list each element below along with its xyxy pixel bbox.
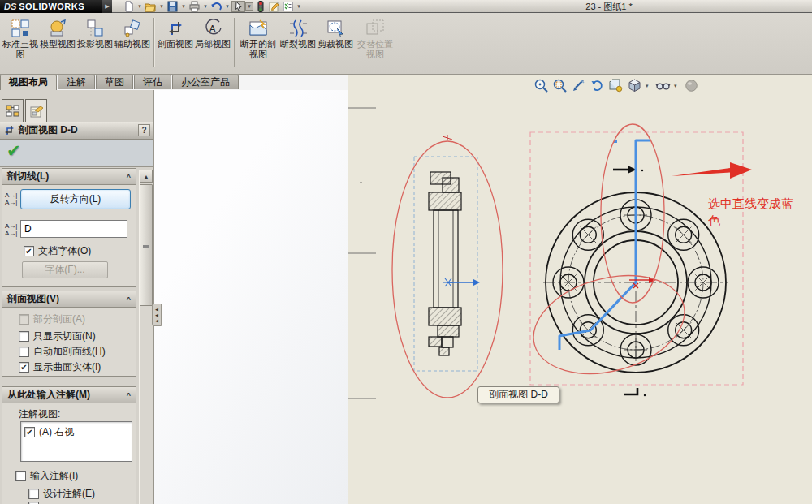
save-caret[interactable]: ▾ [179, 3, 188, 10]
crop-view-button[interactable]: 剪裁视图 [317, 15, 353, 74]
brand-prefix: DS [4, 2, 16, 11]
broken-out-section-button[interactable]: 断开的剖视图 [238, 15, 279, 74]
flyout-arrow-icon: ◀ [155, 312, 158, 318]
options-list-icon[interactable] [281, 1, 295, 12]
collapse-chevron-icon[interactable]: ^ [127, 295, 131, 304]
undo-caret[interactable]: ▾ [223, 3, 231, 10]
break-view-icon [288, 18, 308, 39]
section-label-input[interactable] [20, 220, 127, 238]
tab-sketch[interactable]: 草图 [96, 75, 133, 89]
group-body-import-annotations: 注解视图: ✔ (A) 右视 输入注解(I) 设计注解(E) [2, 403, 136, 504]
checkbox-box[interactable] [19, 331, 29, 342]
ok-check-button[interactable]: ✔ [6, 141, 21, 161]
checkbox-box[interactable]: ✔ [24, 427, 35, 437]
view-orientation-cube-icon[interactable] [627, 78, 642, 93]
collapse-chevron-icon[interactable]: ^ [127, 391, 131, 399]
scrollbar-grip [143, 243, 149, 246]
button-label: 辅助视图 [114, 39, 150, 50]
annotation-views-label: 注解视图: [19, 407, 60, 421]
toolbar-separator [153, 18, 154, 67]
front-view-flange[interactable] [522, 124, 743, 396]
design-annotations-checkbox[interactable]: 设计注解(E) [28, 487, 95, 501]
view-seed-icon[interactable] [571, 78, 586, 93]
zoom-to-fit-icon[interactable] [533, 78, 549, 93]
tab-annotation[interactable]: 注解 [58, 75, 95, 89]
3d-drawing-view-icon[interactable] [608, 78, 624, 93]
flip-direction-button[interactable]: 反转方向(L) [20, 189, 131, 209]
command-manager: 标准三视图 模型视图 投影视图 辅助视图 剖面视图 A 局部视图 断开的剖视图 … [0, 13, 812, 75]
property-manager-panel: 剖面视图 D-D ? ✔ 剖切线(L) ^ A→|A→| 反转方向(L) A→|… [0, 122, 154, 504]
graphics-area[interactable]: ▾ ▾ 剖面视图 D-D 选中直线变成蓝色 [348, 75, 812, 504]
undo-icon[interactable] [209, 1, 223, 12]
heads-up-toolbar: ▾ ▾ [533, 78, 699, 93]
annotation-views-listbox[interactable]: ✔ (A) 右视 [20, 421, 132, 462]
button-label: 断开的剖视图 [238, 39, 279, 60]
help-button[interactable]: ? [138, 124, 150, 136]
checkbox-label: 部分剖面(A) [33, 312, 85, 326]
font-button: 字体(F)... [22, 261, 108, 278]
save-icon[interactable] [166, 1, 179, 12]
edit-appearance-sphere-icon [684, 78, 699, 93]
property-manager-tab[interactable] [25, 99, 47, 122]
display-style-glasses-icon[interactable] [655, 78, 671, 93]
checkbox-box[interactable] [28, 489, 39, 499]
collapse-chevron-icon[interactable]: ^ [127, 173, 131, 181]
break-view-button[interactable]: 断裂视图 [280, 15, 316, 74]
section-view-button[interactable]: 剖面视图 [158, 15, 193, 74]
open-caret[interactable]: ▾ [158, 3, 166, 10]
pane-flyout-handle[interactable]: ◀ ◀ ◀ [152, 304, 162, 326]
checkbox-box[interactable]: ✔ [19, 362, 29, 373]
print-caret[interactable]: ▾ [201, 3, 209, 10]
button-label: 剖面视图 [158, 39, 193, 50]
detail-view-button[interactable]: A 局部视图 [195, 15, 231, 74]
standard-3-views-button[interactable]: 标准三视图 [2, 15, 38, 74]
new-file-caret[interactable]: ▾ [136, 3, 144, 10]
property-manager-title: 剖面视图 D-D [19, 123, 135, 137]
print-icon[interactable] [188, 1, 201, 12]
menu-expander-icon[interactable]: ▶ [102, 0, 112, 13]
group-header-section-view[interactable]: 剖面视图(V) ^ [2, 291, 136, 308]
auto-hatching-checkbox[interactable]: 自动加剖面线(H) [19, 345, 106, 359]
section-view-d-d[interactable] [392, 135, 503, 398]
checkbox-box[interactable] [15, 471, 26, 481]
annotation-view-item[interactable]: ✔ (A) 右视 [24, 425, 74, 439]
tab-evaluate[interactable]: 评估 [134, 75, 171, 89]
annotation-note-icon[interactable] [267, 1, 281, 12]
model-view-button[interactable]: 模型视图 [40, 15, 76, 74]
flip-direction-param-icon: A→|A→| [5, 192, 19, 206]
xpress-traffic-light-icon[interactable] [253, 1, 267, 12]
projected-view-button[interactable]: 投影视图 [77, 15, 113, 74]
checkbox-label: 输入注解(I) [30, 469, 78, 483]
svg-text:A: A [209, 24, 216, 33]
tab-view-layout[interactable]: 视图布局 [0, 75, 57, 90]
view-orientation-caret[interactable]: ▾ [646, 83, 652, 89]
tab-office-products[interactable]: 办公室产品 [172, 75, 239, 89]
group-header-cutting-line[interactable]: 剖切线(L) ^ [2, 168, 136, 185]
scrollbar-thumb[interactable] [140, 184, 153, 306]
select-cursor-caret[interactable]: ▾ [245, 2, 253, 11]
options-caret[interactable]: ▾ [295, 3, 303, 10]
red-annotation-arrow[interactable] [672, 162, 752, 179]
checkbox-box[interactable] [19, 347, 29, 357]
solidworks-logo: DS SOLIDWORKS [0, 0, 102, 13]
new-file-icon[interactable] [122, 1, 136, 12]
drawing-sheet[interactable] [348, 75, 812, 504]
model-view-icon [48, 18, 67, 39]
zoom-to-area-icon[interactable] [552, 78, 568, 93]
group-header-import-annotations[interactable]: 从此处输入注解(M) ^ [2, 386, 136, 403]
display-only-surface-checkbox[interactable]: 只显示切面(N) [19, 330, 96, 343]
import-annotations-checkbox[interactable]: 输入注解(I) [15, 469, 78, 483]
select-cursor-icon[interactable] [231, 1, 245, 12]
section-view-icon [166, 18, 185, 39]
alternate-position-view-button: 交替位置视图 [355, 15, 395, 74]
rotate-view-icon[interactable] [590, 78, 605, 93]
open-icon[interactable] [144, 1, 158, 12]
scroll-up-button[interactable]: ▲ [140, 170, 153, 183]
display-style-caret[interactable]: ▾ [674, 83, 680, 89]
document-font-checkbox[interactable]: ✔ 文档字体(O) [24, 244, 91, 258]
checkbox-box[interactable]: ✔ [24, 246, 34, 256]
show-surface-bodies-checkbox[interactable]: ✔ 显示曲面实体(I) [19, 360, 101, 374]
auxiliary-view-button[interactable]: 辅助视图 [114, 15, 150, 74]
panel-scrollbar[interactable]: ▲ [139, 170, 153, 504]
feature-manager-tab[interactable] [2, 99, 24, 122]
